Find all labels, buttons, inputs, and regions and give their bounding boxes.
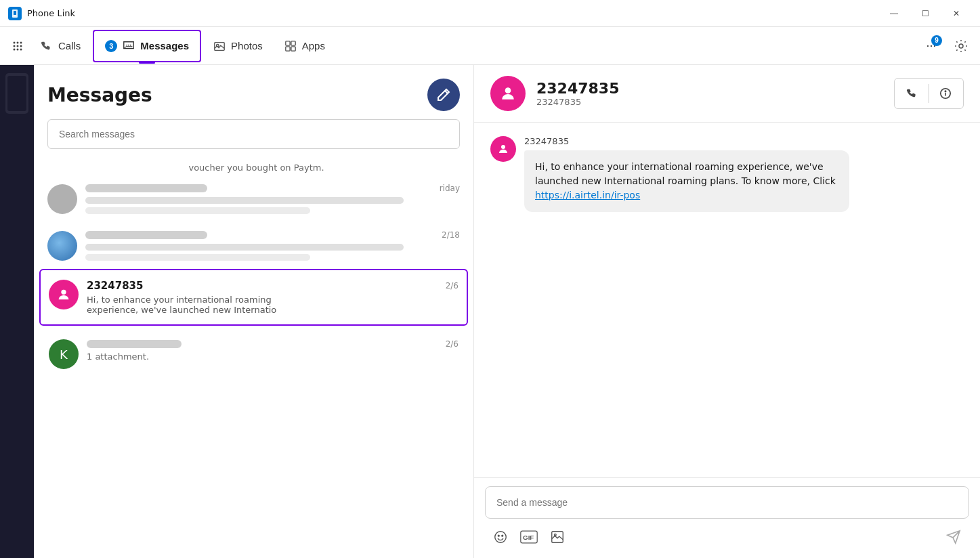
msg-preview-2: experience, we've launched new Internati…: [87, 305, 459, 315]
top-message-text: voucher you bought on Paytm.: [39, 157, 468, 175]
window-controls: — ☐ ✕: [878, 0, 972, 27]
svg-rect-20: [291, 46, 295, 50]
maximize-button[interactable]: ☐: [910, 0, 941, 27]
blurred-text2: [85, 207, 310, 214]
blurred-date: riday: [440, 184, 460, 193]
svg-point-5: [20, 41, 22, 43]
more-badge: 9: [931, 35, 942, 46]
app-title: Phone Link: [27, 8, 878, 18]
chat-avatar: [490, 76, 526, 111]
blurred-text: [85, 244, 404, 251]
msg-date: 2/6: [446, 281, 459, 291]
messages-list: voucher you bought on Paytm. riday: [34, 157, 473, 558]
chat-panel: 23247835 23247835: [474, 65, 980, 558]
close-button[interactable]: ✕: [941, 0, 972, 27]
avatar: [47, 231, 77, 261]
svg-point-6: [14, 45, 16, 47]
svg-point-26: [945, 91, 945, 91]
message-content: 23247835 2/6 Hi, to enhance your interna…: [87, 280, 459, 315]
svg-point-21: [959, 44, 963, 48]
expand-nav-button[interactable]: [5, 34, 30, 58]
tab-messages-label: Messages: [140, 40, 189, 51]
svg-text:GIF: GIF: [523, 534, 534, 541]
tab-photos[interactable]: Photos: [203, 27, 274, 65]
image-button[interactable]: [545, 524, 570, 550]
msg-preview: Hi, to enhance your international roamin…: [87, 295, 459, 305]
chat-contact-name: 23247835: [536, 80, 883, 97]
svg-point-10: [17, 48, 19, 50]
blurred-content: 2/18: [85, 230, 460, 261]
svg-point-12: [127, 44, 128, 45]
svg-point-13: [128, 44, 129, 45]
phone-screen: [7, 76, 26, 111]
chat-message-row: 23247835 Hi, to enhance your internation…: [490, 136, 964, 212]
messages-badge: 3: [105, 40, 117, 52]
tab-photos-label: Photos: [231, 40, 263, 51]
message-input[interactable]: [491, 497, 963, 508]
navbar: Calls 3 Messages Photos Apps: [0, 27, 980, 65]
chat-bubble: Hi, to enhance your international roamin…: [524, 150, 849, 212]
chat-header-info: 23247835 23247835: [536, 80, 883, 107]
app-icon: [8, 7, 22, 20]
msg-top: 23247835 2/6: [87, 280, 459, 292]
sidebar-strip: [0, 65, 34, 558]
svg-rect-17: [286, 41, 290, 45]
svg-point-11: [20, 48, 22, 50]
svg-point-22: [61, 290, 66, 295]
svg-point-23: [505, 87, 511, 93]
svg-point-28: [495, 532, 507, 543]
main-layout: Messages voucher you bought on Paytm.: [0, 65, 980, 558]
list-item[interactable]: K 2/6 1 attachment.: [39, 328, 468, 380]
tab-apps[interactable]: Apps: [274, 27, 336, 65]
msg-preview: 1 attachment.: [87, 351, 459, 362]
message-link[interactable]: https://i.airtel.in/ir-pos: [535, 190, 640, 200]
msg-date: 2/6: [446, 339, 459, 349]
messages-panel: Messages voucher you bought on Paytm.: [34, 65, 474, 558]
contact-name: 23247835: [87, 280, 144, 292]
emoji-button[interactable]: [488, 524, 513, 550]
svg-point-7: [17, 45, 19, 47]
settings-button[interactable]: [947, 33, 975, 60]
send-button[interactable]: [941, 524, 966, 550]
svg-point-8: [20, 45, 22, 47]
chat-message-content: 23247835 Hi, to enhance your internation…: [524, 136, 849, 212]
titlebar: Phone Link — ☐ ✕: [0, 0, 980, 27]
avatar-letter: K: [60, 347, 68, 362]
svg-point-14: [130, 44, 131, 45]
list-item[interactable]: 2/18: [39, 222, 468, 269]
call-button[interactable]: [900, 81, 924, 106]
chat-header: 23247835 23247835: [474, 65, 980, 123]
svg-rect-2: [14, 11, 16, 15]
chat-toolbar: GIF: [485, 519, 969, 550]
blurred-date: 2/18: [442, 230, 460, 240]
info-button[interactable]: [933, 81, 958, 106]
search-bar: [47, 119, 460, 149]
blurred-name: [87, 340, 182, 348]
message-content: 2/6 1 attachment.: [87, 339, 459, 362]
list-item[interactable]: 23247835 2/6 Hi, to enhance your interna…: [39, 269, 468, 326]
tab-apps-label: Apps: [302, 40, 325, 51]
more-button[interactable]: ··· 9: [918, 33, 945, 60]
chat-header-actions: [894, 78, 964, 109]
chat-toolbar-left: GIF: [488, 524, 570, 550]
compose-button[interactable]: [427, 79, 460, 111]
blurred-text2: [85, 254, 310, 261]
chat-divider: [929, 84, 929, 103]
gif-button[interactable]: GIF: [516, 524, 542, 550]
tab-calls[interactable]: Calls: [30, 27, 91, 65]
blurred-content: riday: [85, 184, 460, 214]
messages-panel-title: Messages: [47, 84, 152, 106]
svg-point-3: [14, 41, 16, 43]
search-input[interactable]: [47, 119, 460, 149]
tab-messages[interactable]: 3 Messages: [93, 30, 201, 62]
avatar: [47, 184, 77, 214]
svg-point-9: [14, 48, 16, 50]
blurred-top: riday: [85, 184, 460, 193]
blurred-text: [85, 197, 404, 204]
minimize-button[interactable]: —: [878, 0, 910, 27]
svg-point-27: [501, 145, 505, 149]
avatar: [49, 280, 79, 309]
blurred-name: [85, 184, 207, 192]
avatar: K: [49, 339, 79, 369]
list-item[interactable]: riday: [39, 175, 468, 222]
